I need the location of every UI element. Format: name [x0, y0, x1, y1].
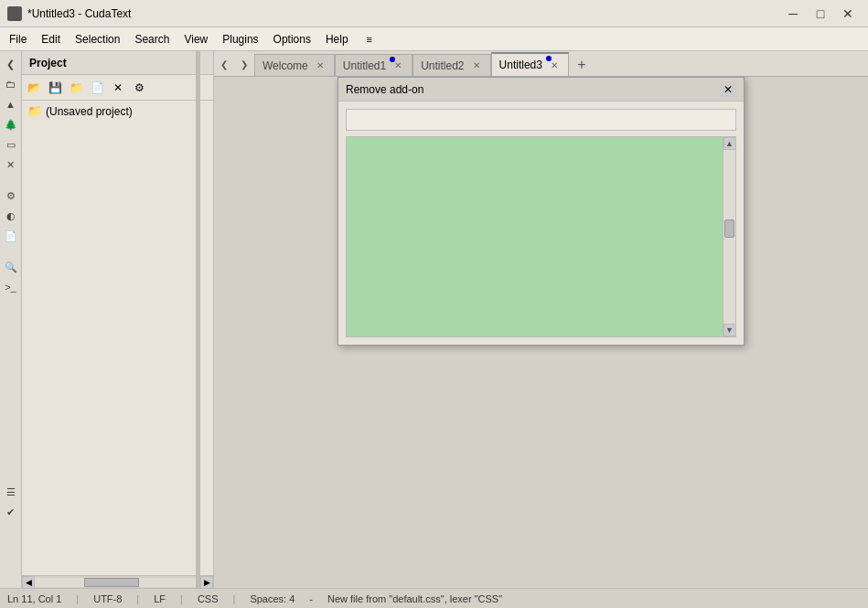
dialog-close-button[interactable]: ✕	[720, 81, 736, 98]
paint-icon[interactable]: ◐	[2, 207, 20, 225]
page-icon[interactable]: 📄	[2, 227, 20, 245]
project-title: Project	[29, 57, 67, 69]
status-bar: Ln 11, Col 1 | UTF-8 | LF | CSS | Spaces…	[0, 588, 868, 608]
menu-view[interactable]: View	[177, 31, 215, 48]
project-tree-label: (Unsaved project)	[46, 105, 133, 118]
tab-welcome-label: Welcome	[263, 59, 308, 72]
app-icon	[7, 6, 22, 21]
menu-search[interactable]: Search	[127, 31, 177, 48]
tab-welcome[interactable]: Welcome ✕	[254, 54, 335, 76]
search-icon[interactable]: 🔍	[2, 258, 20, 276]
maximize-button[interactable]: □	[808, 4, 833, 24]
tab-untitled2[interactable]: Untitled2 ✕	[413, 54, 490, 76]
tab-bar: ❮ ❯ Welcome ✕ Untitled1 ✕ Untitled2 ✕ Un…	[214, 51, 868, 77]
tab-untitled2-label: Untitled2	[421, 59, 464, 72]
project-settings-button[interactable]: ⚙	[129, 78, 149, 98]
new-tab-button[interactable]: +	[571, 54, 593, 76]
menu-plugins[interactable]: Plugins	[215, 31, 265, 48]
status-position: Ln 11, Col 1	[7, 593, 61, 604]
new-file-button[interactable]: 📄	[87, 78, 107, 98]
dialog-body: ▲ ▼	[338, 101, 744, 345]
tab-untitled3-modified-dot	[546, 56, 552, 61]
project-tree-item-unsaved[interactable]: 📁 (Unsaved project)	[24, 102, 211, 120]
project-tree: 📁 (Unsaved project)	[22, 101, 213, 575]
scroll-right-arrow[interactable]: ▶	[200, 576, 213, 589]
editor-area: ❮ ❯ Welcome ✕ Untitled1 ✕ Untitled2 ✕ Un…	[214, 51, 868, 588]
dialog-scrollbar: ▲ ▼	[723, 137, 735, 336]
open-folder-button[interactable]: 📂	[24, 78, 44, 98]
dialog-search-input[interactable]	[346, 109, 736, 131]
tab-welcome-close[interactable]: ✕	[314, 59, 327, 72]
save-icon[interactable]: ▲	[2, 95, 20, 113]
scroll-up-arrow[interactable]: ▲	[723, 137, 736, 150]
scroll-left-arrow[interactable]: ◀	[22, 576, 35, 589]
menu-help[interactable]: Help	[318, 31, 356, 48]
save-project-button[interactable]: 💾	[45, 78, 65, 98]
dialog-title: Remove add-on	[346, 83, 423, 96]
scroll-h-thumb[interactable]	[84, 578, 139, 587]
menu-options[interactable]: Options	[266, 31, 318, 48]
scroll-h-track	[35, 578, 200, 587]
status-sep2: -	[309, 593, 313, 604]
panel-resizer[interactable]	[196, 51, 200, 588]
status-spaces: Spaces: 4	[250, 593, 295, 604]
file-new-icon[interactable]: ▭	[2, 135, 20, 154]
project-scrollbar[interactable]: ◀ ▶	[22, 575, 213, 588]
status-encoding: UTF-8	[93, 593, 122, 604]
tab-untitled1-label: Untitled1	[343, 59, 386, 72]
status-message: New file from "default.css", lexer "CSS"	[327, 593, 502, 604]
status-line-ending: LF	[154, 593, 166, 604]
folder-open-icon: 📁	[27, 104, 42, 118]
menu-edit[interactable]: Edit	[34, 31, 68, 48]
menu-file[interactable]: File	[2, 31, 34, 48]
menu-extra[interactable]: ≡	[359, 29, 380, 49]
tab-untitled3[interactable]: Untitled3 ✕	[491, 52, 569, 76]
main-area: ❮ 🗀 ▲ 🌲 ▭ ✕ ⚙ ◐ 📄 🔍 >_ ☰ ✔ Project 📂 💾 📁…	[0, 51, 868, 588]
menu-bar: File Edit Selection Search View Plugins …	[0, 27, 868, 51]
editor-content: Remove add-on ✕ ▲ ▼	[214, 77, 868, 588]
settings-icon[interactable]: ⚙	[2, 187, 20, 205]
menu-selection[interactable]: Selection	[68, 31, 127, 48]
project-header: Project	[22, 51, 213, 75]
tab-next-button[interactable]: ❯	[234, 52, 254, 76]
close-button[interactable]: ✕	[835, 4, 861, 24]
tab-untitled1[interactable]: Untitled1 ✕	[335, 54, 413, 76]
sidebar-icons: ❮ 🗀 ▲ 🌲 ▭ ✕ ⚙ ◐ 📄 🔍 >_ ☰ ✔	[0, 51, 22, 588]
tab-untitled2-close[interactable]: ✕	[470, 59, 483, 72]
terminal-icon[interactable]: >_	[2, 278, 20, 296]
scroll-thumb[interactable]	[724, 219, 734, 238]
close-project-icon[interactable]: ✕	[2, 155, 20, 174]
tab-prev-button[interactable]: ❮	[214, 52, 234, 76]
remove-addon-dialog: Remove add-on ✕ ▲ ▼	[338, 77, 745, 346]
status-language: CSS	[198, 593, 219, 604]
scroll-track	[723, 150, 735, 324]
dialog-titlebar: Remove add-on ✕	[338, 78, 744, 101]
new-folder-button[interactable]: 📁	[66, 78, 86, 98]
chevron-left-icon[interactable]: ❮	[2, 55, 20, 73]
window-title: *Untitled3 - CudaText	[27, 7, 131, 20]
folder-icon[interactable]: 🗀	[2, 75, 20, 93]
tab-untitled3-label: Untitled3	[499, 59, 542, 71]
delete-button[interactable]: ✕	[108, 78, 128, 98]
tree-icon[interactable]: 🌲	[2, 115, 20, 133]
title-bar: *Untitled3 - CudaText ─ □ ✕	[0, 0, 868, 27]
dialog-list[interactable]: ▲ ▼	[346, 136, 736, 337]
project-toolbar: 📂 💾 📁 📄 ✕ ⚙	[22, 75, 213, 101]
list-icon[interactable]: ☰	[2, 483, 20, 501]
project-panel: Project 📂 💾 📁 📄 ✕ ⚙ 📁 (Unsaved project) …	[22, 51, 214, 588]
scroll-down-arrow[interactable]: ▼	[723, 324, 736, 336]
dialog-container: Remove add-on ✕ ▲ ▼	[214, 77, 868, 588]
minimize-button[interactable]: ─	[780, 4, 806, 24]
check-icon[interactable]: ✔	[2, 503, 20, 521]
